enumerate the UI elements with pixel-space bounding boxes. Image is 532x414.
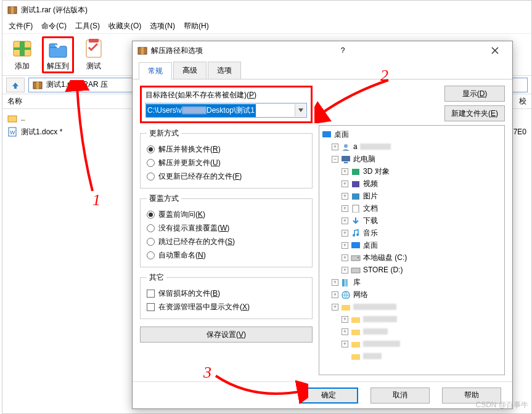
overwrite-legend: 覆盖方式 — [147, 193, 181, 204]
overwrite-ask-option[interactable]: 覆盖前询问(K) — [147, 208, 306, 221]
tree-disk-d[interactable]: +STORE (D:) — [342, 264, 502, 276]
close-button[interactable] — [483, 42, 507, 59]
col-crc[interactable]: 校 — [519, 96, 526, 107]
radio-icon — [147, 238, 155, 246]
music-icon — [351, 229, 361, 237]
expand-icon[interactable]: + — [342, 267, 348, 274]
radio-icon — [147, 172, 155, 181]
desktop-icon — [322, 130, 332, 139]
tree-desktop[interactable]: 桌面 — [322, 128, 502, 140]
svg-rect-34 — [351, 317, 360, 323]
update-refresh-option[interactable]: 解压并更新文件(U) — [147, 156, 306, 169]
svg-rect-1 — [11, 7, 14, 14]
toolbar-extract-to-button[interactable]: 解压到 — [42, 36, 74, 73]
tree-item-blurred[interactable]: + — [342, 338, 502, 350]
folder-tree[interactable]: 桌面 +a −此电脑 +3D 对象 +视频 +图片 +文档 +下载 +音乐 +桌… — [319, 125, 505, 375]
tree-music[interactable]: +音乐 — [342, 227, 502, 239]
expand-icon[interactable]: + — [342, 205, 348, 212]
expand-icon[interactable]: + — [342, 341, 348, 347]
winrar-icon — [7, 5, 17, 15]
tree-item-blurred[interactable]: + — [342, 325, 502, 338]
folder-icon — [351, 315, 361, 323]
dialog-title: 解压路径和选项 — [151, 46, 203, 56]
svg-rect-22 — [352, 193, 359, 200]
tree-3d-objects[interactable]: +3D 对象 — [342, 165, 502, 177]
tree-item-blurred[interactable]: + — [342, 313, 502, 325]
tree-user[interactable]: +a — [332, 140, 502, 153]
tree-disk-c[interactable]: +本地磁盘 (C:) — [342, 251, 502, 264]
address-text: 测试1.rar - RAR 压 — [46, 79, 108, 90]
update-replace-option[interactable]: 解压并替换文件(R) — [147, 142, 306, 156]
tab-general[interactable]: 常规 — [139, 62, 172, 79]
toolbar-test-button[interactable]: 测试 — [78, 36, 110, 73]
tree-videos[interactable]: +视频 — [342, 177, 502, 190]
libraries-icon — [341, 278, 351, 286]
collapse-icon[interactable]: − — [332, 156, 338, 163]
expand-icon[interactable]: + — [342, 328, 348, 335]
tree-this-pc[interactable]: −此电脑 — [332, 153, 502, 165]
disk-icon — [351, 266, 361, 274]
update-mode-group: 更新方式 解压并替换文件(R) 解压并更新文件(U) 仅更新已经存在的文件(F) — [140, 128, 313, 189]
svg-rect-10 — [36, 82, 39, 89]
destination-path-label: 目标路径(如果不存在将被创建)(P) — [145, 90, 307, 100]
network-icon — [341, 290, 351, 299]
expand-icon[interactable]: + — [332, 291, 338, 298]
destination-path-input[interactable]: C:\Users\vDesktop\测试1 — [145, 103, 307, 118]
col-name[interactable]: 名称 — [7, 96, 22, 107]
menu-tools[interactable]: 工具(S) — [75, 21, 100, 31]
dialog-right-column: 显示(D) 新建文件夹(E) 桌面 +a −此电脑 +3D 对象 +视频 +图片… — [319, 86, 505, 375]
expand-icon[interactable]: + — [332, 304, 338, 310]
radio-icon — [147, 211, 155, 219]
ok-button[interactable]: 确定 — [299, 388, 358, 404]
expand-icon[interactable]: + — [342, 230, 348, 237]
tab-advanced[interactable]: 高级 — [173, 62, 207, 79]
show-explorer-checkbox[interactable]: 在资源管理器中显示文件(X) — [147, 300, 306, 314]
tree-desktop-2[interactable]: +桌面 — [342, 239, 502, 251]
svg-text:W: W — [10, 129, 15, 136]
svg-point-17 — [344, 144, 348, 148]
expand-icon[interactable]: + — [342, 168, 348, 175]
svg-rect-31 — [345, 279, 348, 286]
svg-rect-8 — [89, 39, 99, 43]
overwrite-noask-option[interactable]: 没有提示直接覆盖(W) — [147, 221, 306, 235]
path-dropdown-button[interactable] — [295, 104, 306, 116]
expand-icon[interactable]: + — [332, 144, 338, 150]
menu-file[interactable]: 文件(F) — [9, 21, 33, 31]
radio-icon — [147, 159, 155, 167]
tree-libraries[interactable]: +库 — [332, 276, 502, 288]
expand-icon[interactable]: + — [342, 316, 348, 323]
tab-options[interactable]: 选项 — [208, 62, 241, 79]
tree-item-blurred[interactable] — [342, 350, 502, 362]
help-button[interactable]: ? — [330, 46, 355, 55]
keep-broken-checkbox[interactable]: 保留损坏的文件(B) — [147, 286, 306, 300]
expand-icon[interactable]: + — [342, 193, 348, 200]
menu-command[interactable]: 命令(C) — [41, 21, 67, 31]
toolbar-add-button[interactable]: 添加 — [6, 36, 38, 73]
display-button[interactable]: 显示(D) — [444, 86, 505, 102]
nav-up-button[interactable] — [6, 78, 25, 92]
tree-downloads[interactable]: +下载 — [342, 214, 502, 227]
overwrite-skip-option[interactable]: 跳过已经存在的文件(S) — [147, 235, 306, 248]
tree-documents[interactable]: +文档 — [342, 202, 502, 214]
overwrite-rename-option[interactable]: 自动重命名(N) — [147, 248, 306, 262]
menu-help[interactable]: 帮助(H) — [184, 21, 209, 31]
expand-icon[interactable]: + — [342, 181, 348, 187]
expand-icon[interactable]: + — [342, 242, 348, 249]
update-existing-option[interactable]: 仅更新已经存在的文件(F) — [147, 169, 306, 183]
tree-pictures[interactable]: +图片 — [342, 190, 502, 202]
menu-options[interactable]: 选项(N) — [150, 21, 175, 31]
new-folder-button[interactable]: 新建文件夹(E) — [444, 105, 505, 121]
expand-icon[interactable]: + — [342, 254, 348, 261]
list-up-label: .. — [21, 114, 25, 123]
tree-item-blurred[interactable]: + — [332, 301, 502, 313]
cancel-button[interactable]: 取消 — [370, 388, 430, 404]
save-settings-button[interactable]: 保存设置(V) — [140, 327, 313, 343]
dialog-body: 目标路径(如果不存在将被创建)(P) C:\Users\vDesktop\测试1… — [133, 79, 512, 381]
expand-icon[interactable]: + — [332, 279, 338, 286]
tree-network[interactable]: +网络 — [332, 288, 502, 301]
svg-point-24 — [353, 234, 355, 237]
menu-favorites[interactable]: 收藏夹(O) — [108, 21, 141, 31]
overwrite-mode-group: 覆盖方式 覆盖前询问(K) 没有提示直接覆盖(W) 跳过已经存在的文件(S) 自… — [140, 193, 313, 267]
expand-icon[interactable]: + — [342, 217, 348, 224]
svg-rect-35 — [351, 330, 360, 335]
